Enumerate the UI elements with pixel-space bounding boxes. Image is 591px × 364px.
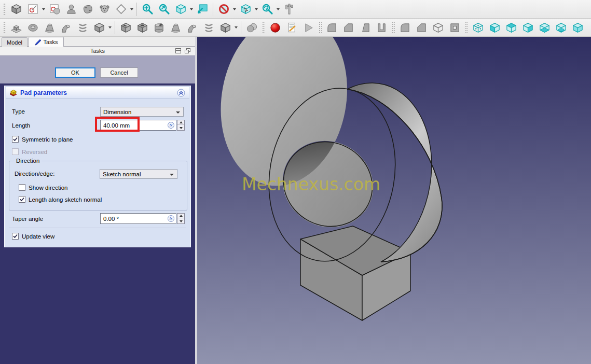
type-combobox[interactable]: Dimension <box>100 107 184 117</box>
toolbar-drag-handle[interactable] <box>391 21 395 34</box>
toolbar-drag-handle[interactable] <box>3 21 6 34</box>
view-front-button[interactable] <box>486 19 503 36</box>
direction-groupbox: Direction Direction/edge: Sketch normal … <box>9 161 187 211</box>
groove-button[interactable] <box>150 19 167 36</box>
fillet-button[interactable] <box>323 19 340 36</box>
axonometric-view-dropdown-arrow[interactable] <box>189 1 194 18</box>
toolbar-separator <box>213 3 213 16</box>
pad-parameters-header[interactable]: Pad parameters <box>6 87 189 99</box>
subtractive-primitive-button[interactable] <box>217 19 233 36</box>
macro-execute-button[interactable] <box>300 19 317 36</box>
length-spinner[interactable] <box>177 120 185 131</box>
taper-angle-spinner[interactable] <box>177 213 185 224</box>
zoom-fit-all-button[interactable] <box>139 1 156 18</box>
chamfer-button[interactable] <box>340 19 356 36</box>
draw-style-button[interactable] <box>215 1 232 18</box>
navigation-cube-dropdown-arrow[interactable] <box>254 1 259 18</box>
create-datum-dropdown-arrow[interactable] <box>129 1 134 18</box>
additive-loft-button[interactable] <box>41 19 58 36</box>
create-sketch-button[interactable] <box>24 1 41 18</box>
view-bottom-button[interactable] <box>553 19 569 36</box>
create-clone-button[interactable] <box>79 1 96 18</box>
boolean-operation-button[interactable] <box>243 19 260 36</box>
length-along-normal-checkbox[interactable] <box>19 196 25 203</box>
axonometric-view-button[interactable] <box>172 1 189 18</box>
measure-button[interactable] <box>281 1 297 18</box>
cancel-button-label: Cancel <box>110 69 128 76</box>
create-body-button[interactable] <box>8 1 24 18</box>
collapse-icon[interactable] <box>177 89 185 97</box>
show-direction-checkbox[interactable] <box>19 184 25 191</box>
create-sketch-dropdown-arrow[interactable] <box>41 1 46 18</box>
macro-record-button[interactable] <box>267 19 283 36</box>
spin-up-icon[interactable] <box>177 120 184 125</box>
additive-primitive-dropdown-arrow[interactable] <box>107 19 113 36</box>
navigation-cube-icon <box>240 3 252 15</box>
subtractive-pipe-button[interactable] <box>184 19 200 36</box>
view-axonometric-button[interactable] <box>470 19 486 36</box>
chevron-down-icon <box>176 111 180 114</box>
toolbar-drag-handle[interactable] <box>318 21 322 34</box>
macros-dialog-button[interactable] <box>283 19 300 36</box>
zoom-selection-button[interactable] <box>156 1 172 18</box>
hole-button[interactable] <box>134 19 150 36</box>
spin-up-icon[interactable] <box>177 214 184 218</box>
taper-angle-input[interactable]: 0.00 ° <box>100 213 176 224</box>
boolean-operation-icon <box>246 22 258 34</box>
create-datum-button[interactable] <box>113 1 129 18</box>
direction-edge-label: Direction/edge: <box>15 171 54 177</box>
dock-panel-icon[interactable] <box>175 48 182 54</box>
toolbar-separator <box>241 21 241 34</box>
length-along-normal-row: Length along sketch normal <box>19 196 102 203</box>
task-panel: Model Tasks Tasks OK Cancel <box>0 37 195 364</box>
boolean-fuse-button[interactable] <box>396 19 413 36</box>
tab-tasks[interactable]: Tasks <box>29 37 64 47</box>
draft-button[interactable] <box>356 19 373 36</box>
pad-button[interactable] <box>8 19 24 36</box>
boolean-section-button[interactable] <box>446 19 463 36</box>
draft-icon <box>359 22 371 34</box>
direction-edge-combobox[interactable]: Sketch normal <box>100 169 177 179</box>
draw-style-dropdown-arrow[interactable] <box>232 1 237 18</box>
view-right-button[interactable] <box>519 19 536 36</box>
spin-down-icon[interactable] <box>177 219 184 223</box>
thickness-button[interactable] <box>373 19 390 36</box>
rotate-view-dropdown-arrow[interactable] <box>276 1 281 18</box>
expression-icon[interactable]: fx <box>168 122 174 129</box>
create-shapebinder-button[interactable] <box>63 1 79 18</box>
boolean-common-button[interactable] <box>430 19 446 36</box>
view-rear-button[interactable] <box>536 19 553 36</box>
expression-icon[interactable]: fx <box>168 215 174 222</box>
update-view-checkbox[interactable] <box>12 233 19 240</box>
subtractive-helix-button[interactable] <box>200 19 217 36</box>
create-subshape-binder-button[interactable] <box>96 1 113 18</box>
3d-viewport[interactable]: Mechnexus.com <box>197 37 591 364</box>
pocket-button[interactable] <box>117 19 134 36</box>
edit-sketch-button[interactable] <box>46 1 63 18</box>
boolean-cut-button[interactable] <box>413 19 430 36</box>
spin-down-icon[interactable] <box>177 125 184 130</box>
reversed-checkbox[interactable] <box>12 148 19 155</box>
tab-model[interactable]: Model <box>2 37 28 47</box>
align-to-selection-button[interactable] <box>194 1 211 18</box>
view-top-button[interactable] <box>503 19 519 36</box>
subtractive-loft-button[interactable] <box>167 19 184 36</box>
additive-helix-button[interactable] <box>74 19 91 36</box>
cancel-button[interactable]: Cancel <box>100 67 138 78</box>
toolbar-drag-handle[interactable] <box>262 21 265 34</box>
subtractive-primitive-dropdown-arrow[interactable] <box>233 19 239 36</box>
ok-button[interactable]: OK <box>55 67 95 78</box>
symmetric-to-plane-checkbox[interactable] <box>12 136 19 143</box>
toolbar-drag-handle[interactable] <box>464 21 468 34</box>
revolution-button[interactable] <box>24 19 41 36</box>
view-left-button[interactable] <box>569 19 586 36</box>
float-panel-icon[interactable] <box>184 48 191 54</box>
additive-primitive-button[interactable] <box>91 19 107 36</box>
additive-pipe-button[interactable] <box>58 19 74 36</box>
rotate-view-button[interactable] <box>259 1 276 18</box>
zoom-fit-all-icon <box>142 3 154 15</box>
navigation-cube-button[interactable] <box>237 1 254 18</box>
toolbar-drag-handle[interactable] <box>3 3 6 16</box>
pad-icon <box>10 22 22 34</box>
toolbar-separator <box>136 3 137 16</box>
